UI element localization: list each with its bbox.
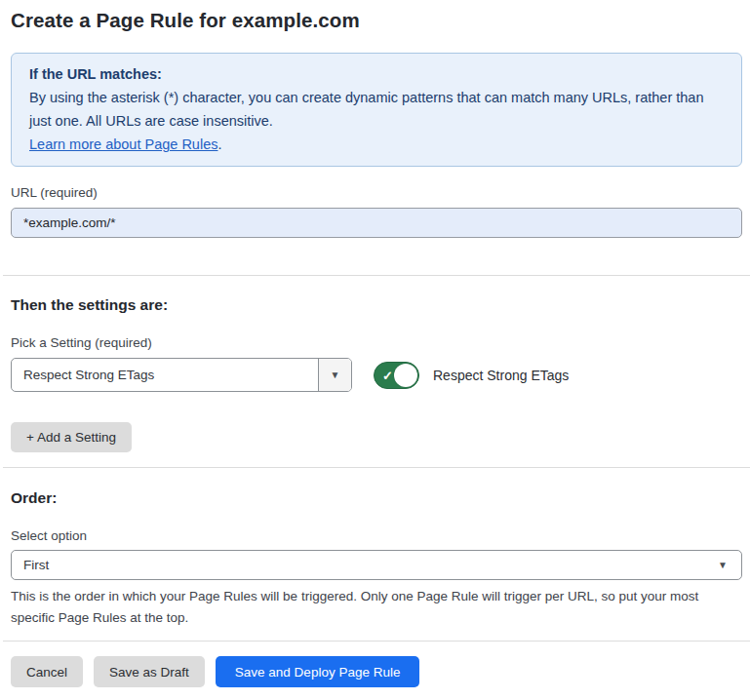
setting-select-value: Respect Strong ETags: [12, 368, 318, 382]
etags-toggle[interactable]: ✓: [374, 362, 419, 389]
info-box-body: By using the asterisk (*) character, you…: [29, 86, 724, 133]
pick-setting-label: Pick a Setting (required): [11, 334, 742, 351]
learn-more-link[interactable]: Learn more about Page Rules: [29, 136, 217, 152]
order-select[interactable]: First ▼: [11, 550, 742, 580]
save-deploy-button[interactable]: Save and Deploy Page Rule: [216, 656, 420, 687]
setting-select-arrow-button[interactable]: ▼: [318, 359, 351, 391]
toggle-knob: [394, 364, 417, 387]
add-setting-button[interactable]: + Add a Setting: [11, 422, 132, 452]
order-select-value: First: [23, 558, 49, 572]
order-help-text: This is the order in which your Page Rul…: [11, 586, 736, 628]
setting-select[interactable]: Respect Strong ETags ▼: [11, 358, 352, 392]
section-divider: [3, 641, 750, 642]
url-match-info-box: If the URL matches: By using the asteris…: [11, 53, 742, 167]
setting-row: Respect Strong ETags ▼ ✓ Respect Strong …: [11, 358, 742, 392]
form-actions: Cancel Save as Draft Save and Deploy Pag…: [11, 656, 742, 687]
select-option-label: Select option: [11, 527, 742, 544]
settings-section-heading: Then the settings are:: [11, 295, 742, 314]
cancel-button[interactable]: Cancel: [11, 656, 83, 687]
section-divider: [3, 467, 750, 468]
order-section-heading: Order:: [11, 488, 742, 507]
url-field-label: URL (required): [11, 184, 742, 201]
info-box-heading: If the URL matches:: [29, 62, 724, 86]
link-suffix: .: [217, 136, 221, 152]
chevron-down-icon: ▼: [718, 561, 728, 570]
chevron-down-icon: ▼: [331, 370, 340, 380]
url-input[interactable]: [11, 208, 742, 238]
create-page-rule-form: Create a Page Rule for example.com If th…: [11, 9, 742, 687]
info-box-link-line: Learn more about Page Rules.: [29, 133, 724, 156]
check-icon: ✓: [382, 368, 393, 382]
save-draft-button[interactable]: Save as Draft: [94, 656, 205, 687]
section-divider: [3, 275, 750, 276]
page-title: Create a Page Rule for example.com: [11, 9, 742, 32]
toggle-label: Respect Strong ETags: [433, 368, 569, 383]
